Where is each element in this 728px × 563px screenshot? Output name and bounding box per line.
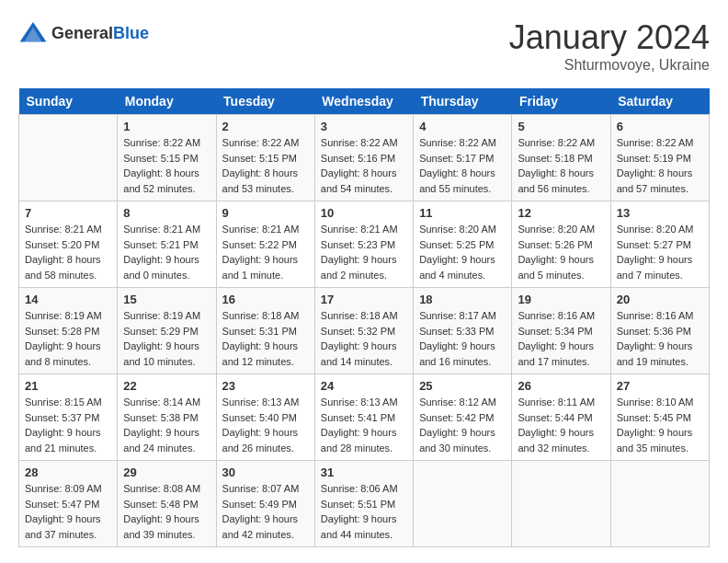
calendar-table: SundayMondayTuesdayWednesdayThursdayFrid… bbox=[18, 88, 710, 547]
header-saturday: Saturday bbox=[610, 88, 709, 115]
calendar-cell: 10Sunrise: 8:21 AMSunset: 5:23 PMDayligh… bbox=[314, 201, 413, 288]
logo: GeneralBlue bbox=[18, 18, 149, 48]
calendar-week-row: 1Sunrise: 8:22 AMSunset: 5:15 PMDaylight… bbox=[19, 115, 710, 201]
logo-text: GeneralBlue bbox=[51, 24, 149, 43]
calendar-cell: 27Sunrise: 8:10 AMSunset: 5:45 PMDayligh… bbox=[610, 374, 709, 461]
calendar-cell: 25Sunrise: 8:12 AMSunset: 5:42 PMDayligh… bbox=[414, 374, 512, 461]
calendar-cell: 3Sunrise: 8:22 AMSunset: 5:16 PMDaylight… bbox=[314, 115, 413, 201]
calendar-cell: 11Sunrise: 8:20 AMSunset: 5:25 PMDayligh… bbox=[414, 201, 512, 288]
day-number: 16 bbox=[222, 293, 309, 306]
calendar-cell: 16Sunrise: 8:18 AMSunset: 5:31 PMDayligh… bbox=[216, 288, 314, 374]
calendar-cell: 4Sunrise: 8:22 AMSunset: 5:17 PMDaylight… bbox=[414, 115, 512, 201]
calendar-cell: 22Sunrise: 8:14 AMSunset: 5:38 PMDayligh… bbox=[118, 374, 216, 461]
day-number: 18 bbox=[419, 293, 506, 306]
day-info: Sunrise: 8:16 AMSunset: 5:34 PMDaylight:… bbox=[518, 308, 604, 369]
calendar-cell bbox=[610, 461, 709, 547]
day-number: 15 bbox=[123, 293, 210, 306]
calendar-cell bbox=[512, 461, 610, 547]
calendar-cell: 17Sunrise: 8:18 AMSunset: 5:32 PMDayligh… bbox=[314, 288, 413, 374]
day-number: 3 bbox=[321, 120, 407, 133]
day-number: 13 bbox=[617, 206, 703, 220]
logo-general: General bbox=[51, 24, 113, 42]
day-info: Sunrise: 8:06 AMSunset: 5:51 PMDaylight:… bbox=[321, 481, 407, 542]
calendar-week-row: 21Sunrise: 8:15 AMSunset: 5:37 PMDayligh… bbox=[19, 374, 710, 461]
day-info: Sunrise: 8:19 AMSunset: 5:29 PMDaylight:… bbox=[123, 308, 210, 369]
calendar-cell: 28Sunrise: 8:09 AMSunset: 5:47 PMDayligh… bbox=[19, 461, 118, 547]
calendar-cell: 24Sunrise: 8:13 AMSunset: 5:41 PMDayligh… bbox=[314, 374, 413, 461]
day-info: Sunrise: 8:12 AMSunset: 5:42 PMDaylight:… bbox=[419, 395, 506, 455]
calendar-cell: 26Sunrise: 8:11 AMSunset: 5:44 PMDayligh… bbox=[512, 374, 610, 461]
day-number: 2 bbox=[222, 120, 309, 133]
calendar-week-row: 7Sunrise: 8:21 AMSunset: 5:20 PMDaylight… bbox=[19, 201, 710, 288]
calendar-cell: 14Sunrise: 8:19 AMSunset: 5:28 PMDayligh… bbox=[19, 288, 118, 374]
day-number: 21 bbox=[25, 379, 111, 393]
day-number: 8 bbox=[123, 206, 210, 220]
day-number: 4 bbox=[419, 120, 506, 133]
day-info: Sunrise: 8:18 AMSunset: 5:31 PMDaylight:… bbox=[222, 308, 309, 369]
day-number: 9 bbox=[222, 206, 309, 220]
calendar-cell: 12Sunrise: 8:20 AMSunset: 5:26 PMDayligh… bbox=[512, 201, 610, 288]
day-info: Sunrise: 8:13 AMSunset: 5:40 PMDaylight:… bbox=[222, 395, 309, 455]
calendar-header-row: SundayMondayTuesdayWednesdayThursdayFrid… bbox=[19, 88, 710, 115]
day-info: Sunrise: 8:09 AMSunset: 5:47 PMDaylight:… bbox=[25, 481, 111, 542]
day-number: 10 bbox=[321, 206, 407, 220]
day-info: Sunrise: 8:22 AMSunset: 5:16 PMDaylight:… bbox=[321, 135, 407, 196]
day-info: Sunrise: 8:20 AMSunset: 5:26 PMDaylight:… bbox=[518, 222, 604, 282]
header-wednesday: Wednesday bbox=[314, 88, 413, 115]
header-thursday: Thursday bbox=[414, 88, 512, 115]
calendar-cell bbox=[19, 115, 118, 201]
day-number: 29 bbox=[123, 465, 210, 479]
day-number: 7 bbox=[25, 206, 111, 220]
calendar-week-row: 28Sunrise: 8:09 AMSunset: 5:47 PMDayligh… bbox=[19, 461, 710, 547]
day-number: 17 bbox=[321, 293, 407, 306]
calendar-week-row: 14Sunrise: 8:19 AMSunset: 5:28 PMDayligh… bbox=[19, 288, 710, 374]
day-info: Sunrise: 8:20 AMSunset: 5:25 PMDaylight:… bbox=[419, 222, 506, 282]
day-info: Sunrise: 8:21 AMSunset: 5:23 PMDaylight:… bbox=[321, 222, 407, 282]
day-info: Sunrise: 8:21 AMSunset: 5:21 PMDaylight:… bbox=[123, 222, 210, 282]
location: Shturmovoye, Ukraine bbox=[509, 57, 710, 74]
day-info: Sunrise: 8:22 AMSunset: 5:19 PMDaylight:… bbox=[617, 135, 703, 196]
day-info: Sunrise: 8:11 AMSunset: 5:44 PMDaylight:… bbox=[518, 395, 604, 455]
calendar-cell: 23Sunrise: 8:13 AMSunset: 5:40 PMDayligh… bbox=[216, 374, 314, 461]
calendar-cell: 1Sunrise: 8:22 AMSunset: 5:15 PMDaylight… bbox=[118, 115, 216, 201]
day-info: Sunrise: 8:16 AMSunset: 5:36 PMDaylight:… bbox=[617, 308, 703, 369]
day-number: 6 bbox=[617, 120, 703, 133]
day-number: 19 bbox=[518, 293, 604, 306]
day-number: 26 bbox=[518, 379, 604, 393]
day-number: 11 bbox=[419, 206, 506, 220]
day-number: 25 bbox=[419, 379, 506, 393]
day-info: Sunrise: 8:19 AMSunset: 5:28 PMDaylight:… bbox=[25, 308, 111, 369]
day-info: Sunrise: 8:22 AMSunset: 5:18 PMDaylight:… bbox=[518, 135, 604, 196]
calendar-cell: 7Sunrise: 8:21 AMSunset: 5:20 PMDaylight… bbox=[19, 201, 118, 288]
calendar-cell: 18Sunrise: 8:17 AMSunset: 5:33 PMDayligh… bbox=[414, 288, 512, 374]
month-year: January 2024 bbox=[509, 18, 710, 57]
calendar-cell: 20Sunrise: 8:16 AMSunset: 5:36 PMDayligh… bbox=[610, 288, 709, 374]
day-info: Sunrise: 8:14 AMSunset: 5:38 PMDaylight:… bbox=[123, 395, 210, 455]
page-header: GeneralBlue January 2024 Shturmovoye, Uk… bbox=[18, 18, 710, 74]
day-info: Sunrise: 8:22 AMSunset: 5:15 PMDaylight:… bbox=[222, 135, 309, 196]
header-monday: Monday bbox=[118, 88, 216, 115]
logo-icon bbox=[18, 18, 48, 48]
calendar-cell bbox=[414, 461, 512, 547]
day-number: 24 bbox=[321, 379, 407, 393]
calendar-cell: 19Sunrise: 8:16 AMSunset: 5:34 PMDayligh… bbox=[512, 288, 610, 374]
day-number: 27 bbox=[617, 379, 703, 393]
day-info: Sunrise: 8:08 AMSunset: 5:48 PMDaylight:… bbox=[123, 481, 210, 542]
day-info: Sunrise: 8:21 AMSunset: 5:20 PMDaylight:… bbox=[25, 222, 111, 282]
calendar-cell: 31Sunrise: 8:06 AMSunset: 5:51 PMDayligh… bbox=[314, 461, 413, 547]
day-number: 20 bbox=[617, 293, 703, 306]
day-number: 1 bbox=[123, 120, 210, 133]
day-number: 28 bbox=[25, 465, 111, 479]
calendar-cell: 21Sunrise: 8:15 AMSunset: 5:37 PMDayligh… bbox=[19, 374, 118, 461]
day-info: Sunrise: 8:17 AMSunset: 5:33 PMDaylight:… bbox=[419, 308, 506, 369]
header-friday: Friday bbox=[512, 88, 610, 115]
calendar-cell: 2Sunrise: 8:22 AMSunset: 5:15 PMDaylight… bbox=[216, 115, 314, 201]
calendar-cell: 5Sunrise: 8:22 AMSunset: 5:18 PMDaylight… bbox=[512, 115, 610, 201]
calendar-cell: 29Sunrise: 8:08 AMSunset: 5:48 PMDayligh… bbox=[118, 461, 216, 547]
title-block: January 2024 Shturmovoye, Ukraine bbox=[509, 18, 710, 74]
day-number: 30 bbox=[222, 465, 309, 479]
day-number: 12 bbox=[518, 206, 604, 220]
day-number: 5 bbox=[518, 120, 604, 133]
day-number: 14 bbox=[25, 293, 111, 306]
day-info: Sunrise: 8:18 AMSunset: 5:32 PMDaylight:… bbox=[321, 308, 407, 369]
